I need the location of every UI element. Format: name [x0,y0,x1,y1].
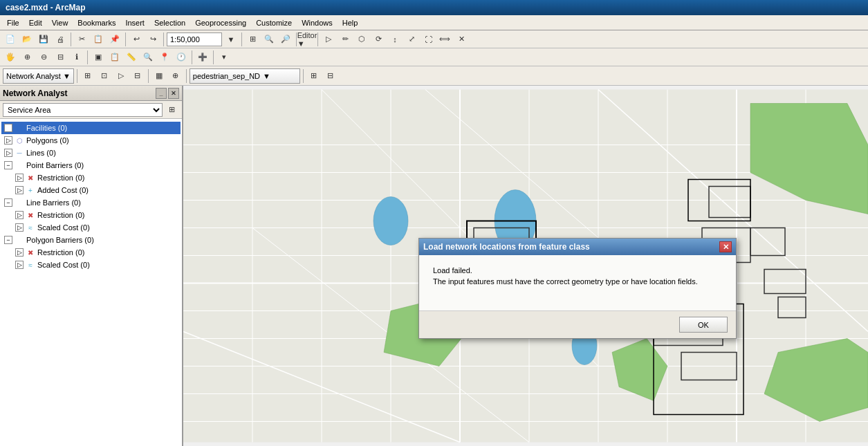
menu-view[interactable]: View [48,17,73,28]
pan-btn[interactable]: 🖐 [3,50,18,65]
tool7[interactable]: ⛶ [421,32,436,47]
zoom-out2-btn[interactable]: ⊖ [36,50,51,65]
toolbar-standard: 📄 📂 💾 🖨 ✂ 📋 📌 ↩ ↪ ▼ ⊞ 🔍 🔎 Editor ▼ ▷ ✏ ⬡… [0,30,868,48]
full-extent-btn[interactable]: ⊞ [245,32,260,47]
lines-icon: ─ [15,148,24,158]
lb-expand[interactable]: − [4,198,12,207]
tree-polb-scaled-cost[interactable]: ▷ ≈ Scaled Cost (0) [1,259,181,271]
menu-selection[interactable]: Selection [150,17,190,28]
polb-expand[interactable]: − [4,236,12,244]
lb-scaledcost-icon: ≈ [26,223,35,232]
new-btn[interactable]: 📄 [3,32,18,47]
polygons-label: Polygons (0) [26,136,69,145]
select-btn[interactable]: ▣ [91,50,106,65]
na-tool7[interactable]: ⊞ [306,68,322,84]
na-tool5[interactable]: ▦ [151,68,167,84]
time-btn[interactable]: 🕐 [174,50,189,65]
toolbar-tools: 🖐 ⊕ ⊖ ⊟ ℹ ▣ 📋 📏 🔍 📍 🕐 ➕ ▾ [0,48,868,66]
zoom-dropdown-btn[interactable]: ▼ [223,32,239,47]
pb-expand[interactable]: − [4,161,12,169]
menu-bookmarks[interactable]: Bookmarks [73,17,120,28]
info-btn[interactable]: 📋 [107,50,122,65]
facilities-expand[interactable]: ▷ [4,124,12,132]
network-dataset-dropdown[interactable]: pedestrian_sep_ND ▼ [190,68,300,84]
nd-arrow: ▼ [263,72,270,80]
menu-file[interactable]: File [3,17,24,28]
polb-restriction-expand[interactable]: ▷ [15,248,24,257]
polb-scaledcost-expand[interactable]: ▷ [15,261,24,269]
tool2[interactable]: ✏ [338,32,353,47]
na-panel-undock[interactable]: _ [156,88,167,99]
na-tool2[interactable]: ⊡ [97,68,112,84]
na-tool8[interactable]: ⊟ [323,68,338,84]
na-tool3[interactable]: ▷ [113,68,129,84]
zoom-in2-btn[interactable]: ⊕ [19,50,35,65]
na-tool4[interactable]: ⊟ [130,68,145,84]
tree-lines[interactable]: ▷ ─ Lines (0) [1,147,181,159]
lb-restriction-expand[interactable]: ▷ [15,211,24,219]
lb-scaledcost-expand[interactable]: ▷ [15,223,24,232]
tool1[interactable]: ▷ [321,32,336,47]
tree-polb-restriction[interactable]: ▷ ✖ Restriction (0) [1,246,181,259]
redo-btn[interactable]: ↪ [145,32,160,47]
tree-lb-restriction[interactable]: ▷ ✖ Restriction (0) [1,209,181,221]
ok-button[interactable]: OK [679,317,728,333]
measure-btn[interactable]: 📏 [124,50,139,65]
tree-point-barriers[interactable]: − Point Barriers (0) [1,159,181,171]
pb-restriction-label: Restriction (0) [37,174,84,182]
na-tree: ▷ ⬡ Facilities (0) ▷ ⬡ Polygons (0) ▷ ─ … [0,119,182,446]
tool3[interactable]: ⬡ [354,32,369,47]
zoom-full-btn[interactable]: ⊟ [53,50,68,65]
na-tool1[interactable]: ⊞ [80,68,95,84]
menu-geoprocessing[interactable]: Geoprocessing [191,17,250,28]
na-panel-close[interactable]: ✕ [168,88,179,99]
dialog-title: Load network locations from feature clas… [423,242,590,252]
tree-polygon-barriers[interactable]: − Polygon Barriers (0) [1,234,181,246]
sep2 [125,32,126,46]
print-btn[interactable]: 🖨 [53,32,68,47]
tool6[interactable]: ⤢ [404,32,419,47]
zoom-in-btn[interactable]: 🔍 [261,32,277,47]
tree-line-barriers[interactable]: − Line Barriers (0) [1,196,181,209]
save-btn[interactable]: 💾 [36,32,51,47]
more-btn[interactable]: ▾ [216,50,232,65]
cut-btn[interactable]: ✂ [74,32,89,47]
na-options-btn[interactable]: ⊞ [164,102,179,118]
network-analyst-dropdown[interactable]: Network Analyst ▼ [3,68,74,84]
tool5[interactable]: ↕ [387,32,403,47]
tree-pb-added-cost[interactable]: ▷ + Added Cost (0) [1,184,181,196]
dialog-close-btn[interactable]: ✕ [719,241,732,252]
tree-facilities[interactable]: ▷ ⬡ Facilities (0) [1,122,181,134]
tree-pb-restriction[interactable]: ▷ ✖ Restriction (0) [1,171,181,184]
tree-polygons[interactable]: ▷ ⬡ Polygons (0) [1,134,181,147]
go-to-btn[interactable]: 📍 [157,50,172,65]
menu-insert[interactable]: Insert [121,17,149,28]
undo-btn[interactable]: ↩ [129,32,144,47]
copy-btn[interactable]: 📋 [91,32,106,47]
add-data-btn[interactable]: ➕ [195,50,210,65]
tool4[interactable]: ⟳ [371,32,386,47]
na-tool6[interactable]: ⊕ [168,68,183,84]
dialog-title-bar[interactable]: Load network locations from feature clas… [419,239,736,255]
pb-addedcost-expand[interactable]: ▷ [15,186,24,194]
find-btn[interactable]: 🔍 [140,50,156,65]
map-area[interactable]: Load network locations from feature clas… [183,86,868,446]
tool8[interactable]: ⟺ [437,32,452,47]
menu-customize[interactable]: Customize [252,17,296,28]
identify-btn[interactable]: ℹ [69,50,84,65]
paste-btn[interactable]: 📌 [107,32,122,47]
service-area-select[interactable]: Service Area [3,103,163,117]
tree-lb-scaled-cost[interactable]: ▷ ≈ Scaled Cost (0) [1,221,181,234]
polygons-expand[interactable]: ▷ [4,136,12,145]
menu-edit[interactable]: Edit [25,17,46,28]
zoom-out-btn[interactable]: 🔎 [278,32,293,47]
open-btn[interactable]: 📂 [19,32,35,47]
editor-dropdown[interactable]: Editor ▼ [299,32,315,47]
lines-expand[interactable]: ▷ [4,149,12,157]
tool9[interactable]: ✕ [454,32,469,47]
menu-windows[interactable]: Windows [297,17,337,28]
pb-restriction-expand[interactable]: ▷ [15,174,24,182]
zoom-input[interactable] [167,32,222,46]
menu-help[interactable]: Help [338,17,362,28]
polygons-icon: ⬡ [15,136,24,145]
